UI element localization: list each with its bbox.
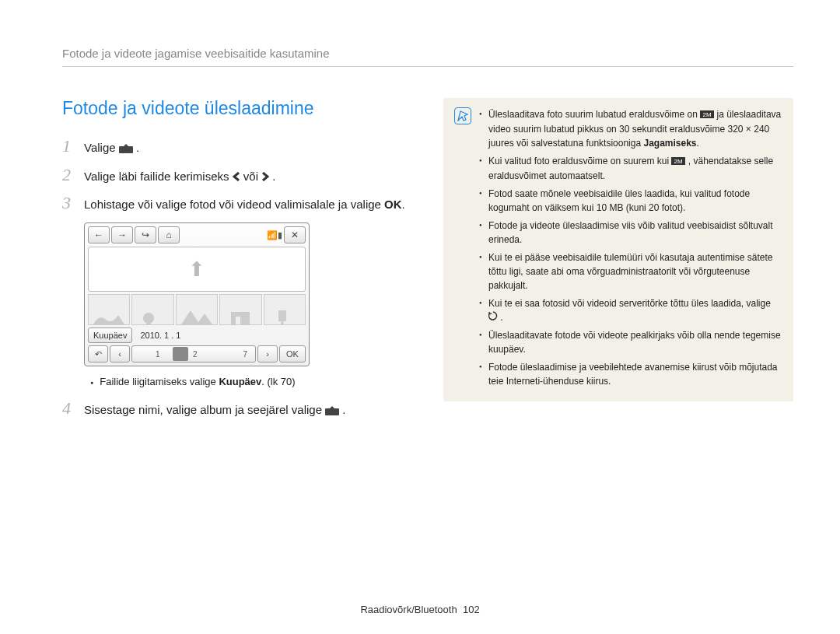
info-item: Kui valitud foto eraldusvõime on suurem … xyxy=(479,154,782,183)
svg-text:2M: 2M xyxy=(674,158,683,165)
note-pre: Failide liigitamiseks valige xyxy=(100,376,219,387)
step-2-mid: või xyxy=(243,170,261,183)
step-number: 4 xyxy=(62,398,84,419)
step-number: 3 xyxy=(62,193,84,213)
step-3-ok: OK xyxy=(384,198,402,211)
info-strong: Jagamiseks xyxy=(643,138,696,149)
step-1-post: . xyxy=(136,141,139,154)
left-column: Fotode ja videote üleslaadimine 1 Valige… xyxy=(62,98,412,427)
device-screen: ← → ↪ ⌂ 📶▮ ✕ ⬆ xyxy=(84,222,310,366)
svg-rect-7 xyxy=(325,408,339,415)
close-button[interactable]: ✕ xyxy=(284,226,306,243)
step-1: 1 Valige . xyxy=(62,136,412,157)
thumbnail[interactable] xyxy=(264,294,306,325)
refresh-icon xyxy=(488,310,498,324)
page-footer: Raadiovõrk/Bluetooth 102 xyxy=(0,604,840,615)
scrub-tick: 7 xyxy=(243,350,247,359)
forward-button[interactable]: → xyxy=(111,226,133,243)
chevron-right-icon xyxy=(261,169,269,185)
svg-rect-0 xyxy=(119,146,133,153)
svg-rect-4 xyxy=(236,317,240,324)
thumbnail[interactable] xyxy=(131,294,173,325)
step-2-post: . xyxy=(272,170,275,183)
svg-rect-5 xyxy=(278,310,286,321)
info-icon xyxy=(454,107,471,124)
signal-icon: 📶▮ xyxy=(267,230,282,240)
upload-icon xyxy=(119,141,133,157)
scrub-tick: 1 xyxy=(156,350,160,359)
scrub-tick: 2 xyxy=(193,350,198,359)
step-3-text-a: Lohistage või valige fotod või videod va… xyxy=(84,198,384,211)
up-button[interactable]: ↪ xyxy=(135,226,156,243)
footer-label: Raadiovõrk/Bluetooth xyxy=(360,604,457,615)
home-button[interactable]: ⌂ xyxy=(158,226,180,243)
upload-icon xyxy=(325,403,339,419)
step-4-pre: Sisestage nimi, valige album ja seejärel… xyxy=(84,403,325,416)
step-1-pre: Valige xyxy=(84,141,119,154)
right-column: Üleslaaditava foto suurim lubatud eraldu… xyxy=(443,98,793,427)
resolution-2m-icon: 2M xyxy=(671,155,685,169)
info-item: Kui te ei saa fotosid või videoid server… xyxy=(479,296,782,325)
svg-point-6 xyxy=(281,321,284,324)
note-line: Failide liigitamiseks valige Kuupäev. (l… xyxy=(90,376,412,387)
prev-button[interactable]: ‹ xyxy=(110,345,130,363)
resolution-2m-icon: 2M xyxy=(700,108,714,122)
info-text: . xyxy=(500,312,502,323)
ok-button[interactable]: OK xyxy=(279,345,306,363)
device-toolbar: ← → ↪ ⌂ 📶▮ ✕ xyxy=(88,226,306,243)
scrub-handle[interactable] xyxy=(173,347,188,361)
thumbnail[interactable] xyxy=(176,294,218,325)
date-filter-button[interactable]: Kuupäev xyxy=(88,328,132,343)
chevron-left-icon xyxy=(233,169,240,185)
page-header: Fotode ja videote jagamise veebisaitide … xyxy=(62,47,793,67)
section-title: Fotode ja videote üleslaadimine xyxy=(62,98,412,119)
step-number: 1 xyxy=(62,136,84,156)
step-4-post: . xyxy=(342,403,345,416)
step-number: 2 xyxy=(62,165,84,185)
thumbnail[interactable] xyxy=(88,294,130,325)
return-button[interactable]: ↶ xyxy=(88,345,108,363)
scrubber[interactable]: 1 2 7 xyxy=(131,345,256,363)
date-value: 2010. 1 . 1 xyxy=(135,331,180,340)
step-2: 2 Valige läbi failide kerimiseks või . xyxy=(62,165,412,186)
back-button[interactable]: ← xyxy=(88,226,110,243)
step-3-text-c: . xyxy=(402,198,405,211)
thumbnail-strip xyxy=(88,294,306,325)
info-item: Kui te ei pääse veebisaidile tulemüüri v… xyxy=(479,250,782,292)
info-text: . xyxy=(697,138,699,149)
info-text: Kui te ei saa fotosid või videoid server… xyxy=(488,298,771,309)
step-4: 4 Sisestage nimi, valige album ja seejär… xyxy=(62,398,412,419)
info-item: Fotod saate mõnele veebisaidile üles laa… xyxy=(479,187,782,215)
info-item: Üleslaaditava foto suurim lubatud eraldu… xyxy=(479,107,782,150)
info-list: Üleslaaditava foto suurim lubatud eraldu… xyxy=(479,107,782,392)
note-post: . (lk 70) xyxy=(261,376,295,387)
upload-arrow-icon: ⬆ xyxy=(188,257,205,282)
info-text: Kui valitud foto eraldusvõime on suurem … xyxy=(488,156,671,166)
footer-page: 102 xyxy=(463,604,480,615)
info-box: Üleslaaditava foto suurim lubatud eraldu… xyxy=(443,98,793,401)
note-strong: Kuupäev xyxy=(219,376,261,387)
svg-rect-2 xyxy=(146,321,151,324)
info-item: Fotode ja videote üleslaadimise viis või… xyxy=(479,219,782,247)
step-2-pre: Valige läbi failide kerimiseks xyxy=(84,170,233,183)
upload-drop-area[interactable]: ⬆ xyxy=(88,247,306,292)
info-item: Üleslaaditavate fotode või videote pealk… xyxy=(479,328,782,356)
svg-text:2M: 2M xyxy=(703,111,712,118)
step-3: 3 Lohistage või valige fotod või videod … xyxy=(62,193,412,213)
info-item: Fotode üleslaadimise ja veebilehtede ava… xyxy=(479,360,782,388)
next-button[interactable]: › xyxy=(257,345,278,363)
thumbnail[interactable] xyxy=(219,294,261,325)
info-text: Üleslaaditava foto suurim lubatud eraldu… xyxy=(488,109,700,120)
